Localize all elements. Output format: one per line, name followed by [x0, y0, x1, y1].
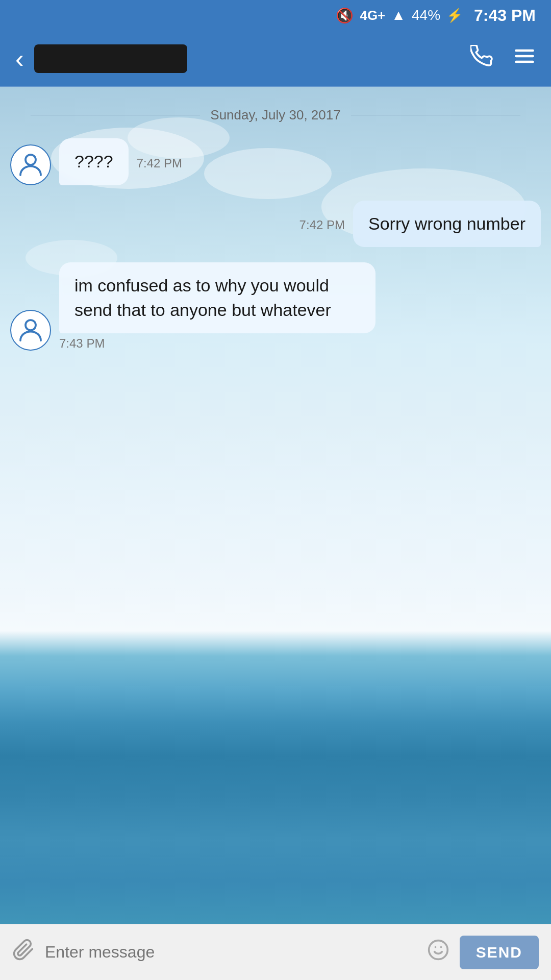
message-time: 7:43 PM [59, 336, 105, 351]
message-bubble: im confused as to why you would send tha… [59, 262, 375, 333]
emoji-icon[interactable] [427, 939, 449, 966]
message-row: ???? 7:42 PM [10, 138, 541, 185]
message-bubble: ???? [59, 138, 129, 185]
bubble-wrapper: ???? 7:42 PM [59, 138, 182, 185]
message-time: 7:42 PM [137, 156, 182, 170]
send-button[interactable]: SEND [460, 936, 539, 969]
chat-area: Sunday, July 30, 2017 ???? 7:42 PM [0, 87, 551, 924]
battery-level: 44% [412, 7, 440, 23]
phone-call-icon[interactable] [470, 45, 493, 72]
message-row: 7:42 PM Sorry wrong number [10, 201, 541, 248]
bubble-wrapper: 7:42 PM Sorry wrong number [299, 201, 541, 248]
mute-icon: 🔇 [336, 7, 354, 24]
message-text: Sorry wrong number [368, 214, 525, 233]
app-header: ‹ [0, 31, 551, 87]
svg-point-5 [429, 940, 447, 959]
date-line-left [31, 115, 200, 115]
incoming-time-row: ???? 7:42 PM [59, 138, 182, 185]
status-bar: 🔇 4G+ ▲ 44% ⚡ 7:43 PM [0, 0, 551, 31]
message-time: 7:42 PM [299, 218, 345, 232]
date-line-right [351, 115, 520, 115]
message-input[interactable] [45, 934, 417, 971]
avatar [10, 310, 51, 351]
message-row: im confused as to why you would send tha… [10, 262, 541, 351]
message-bubble: Sorry wrong number [353, 201, 541, 248]
outgoing-time-row: 7:42 PM Sorry wrong number [299, 201, 541, 248]
chat-messages: Sunday, July 30, 2017 ???? 7:42 PM [0, 87, 551, 924]
header-actions [470, 45, 536, 72]
contact-name-redacted [34, 44, 187, 73]
avatar [10, 144, 51, 185]
date-divider: Sunday, July 30, 2017 [31, 107, 520, 123]
svg-point-4 [26, 320, 36, 330]
network-indicator: 4G+ [360, 8, 385, 23]
message-text: ???? [74, 152, 113, 171]
svg-point-3 [26, 155, 36, 165]
attach-icon[interactable] [12, 939, 35, 966]
signal-icon: ▲ [391, 7, 406, 23]
date-text: Sunday, July 30, 2017 [200, 107, 350, 123]
bubble-wrapper: im confused as to why you would send tha… [59, 262, 375, 351]
input-bar: SEND [0, 924, 551, 980]
menu-icon[interactable] [513, 45, 536, 72]
battery-icon: ⚡ [446, 8, 463, 23]
status-time: 7:43 PM [474, 6, 536, 25]
back-button[interactable]: ‹ [15, 44, 24, 74]
message-text: im confused as to why you would send tha… [74, 276, 331, 320]
